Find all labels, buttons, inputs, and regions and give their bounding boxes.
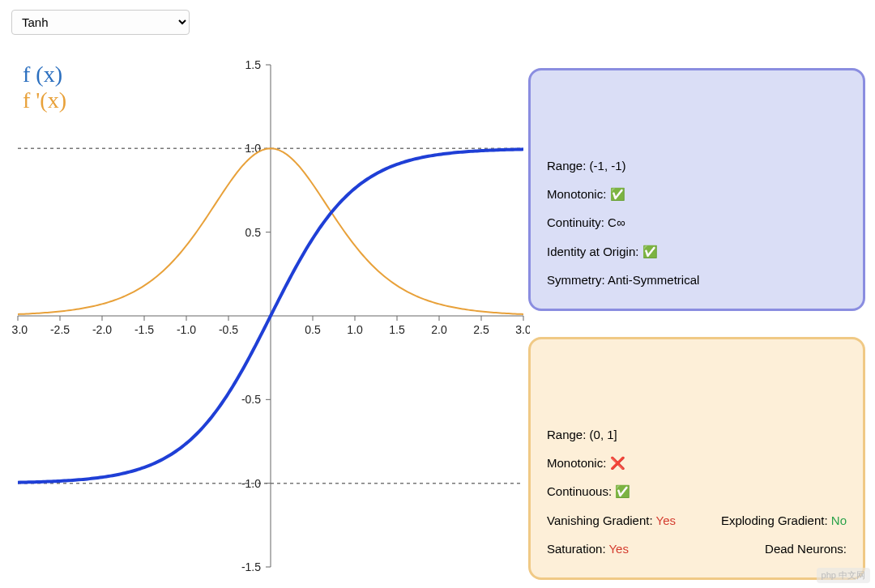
f-monotonic-row: Monotonic: ✅ (547, 185, 847, 203)
fd-exploding-value: No (831, 513, 847, 527)
svg-text:-1.0: -1.0 (177, 323, 196, 336)
fd-range-label: Range: (547, 428, 586, 441)
f-monotonic-label: Monotonic: (547, 187, 606, 201)
fd-saturation: Saturation: Yes (547, 539, 629, 558)
svg-text:0.5: 0.5 (245, 226, 262, 239)
f-range-row: Range: (-1, -1) (547, 156, 847, 175)
svg-text:-1.0: -1.0 (241, 477, 261, 490)
fd-exploding: Exploding Gradient: No (721, 511, 847, 530)
f-range-value: (-1, -1) (590, 159, 626, 173)
fd-dead-label: Dead Neurons: (765, 539, 847, 558)
svg-text:-3.0: -3.0 (11, 323, 28, 336)
svg-text:1.5: 1.5 (389, 323, 405, 336)
f-symmetry-row: Symmetry: Anti-Symmetrical (547, 271, 847, 289)
chart-svg: -3.0-2.5-2.0-1.5-1.0-0.50.51.01.52.02.53… (11, 57, 530, 575)
panel-function: Range: (-1, -1) Monotonic: ✅ Continuity:… (528, 68, 865, 311)
fd-saturation-row: Saturation: Yes Dead Neurons: (547, 539, 847, 558)
f-identity-value: ✅ (642, 245, 658, 258)
fd-range-row: Range: (0, 1] (547, 425, 847, 444)
svg-text:1.5: 1.5 (245, 58, 262, 71)
svg-text:-1.5: -1.5 (241, 560, 261, 573)
watermark: php 中文网 (817, 568, 870, 583)
svg-text:1.0: 1.0 (347, 323, 363, 336)
fd-continuous-value: ✅ (615, 484, 630, 498)
fd-continuous-row: Continuous: ✅ (547, 482, 847, 501)
f-identity-label: Identity at Origin: (547, 245, 638, 258)
fd-saturation-value: Yes (608, 542, 628, 556)
fd-monotonic-label: Monotonic: (547, 456, 606, 470)
legend-fd: f '(x) (23, 87, 66, 113)
fd-range-value: (0, 1] (590, 428, 617, 441)
svg-text:3.0: 3.0 (515, 323, 530, 336)
fd-continuous-label: Continuous: (547, 484, 612, 498)
chart-area: f (x) f '(x) -3.0-2.5-2.0-1.5-1.0-0.50.5… (11, 57, 530, 575)
f-identity-row: Identity at Origin: ✅ (547, 242, 847, 261)
svg-text:2.0: 2.0 (431, 323, 447, 336)
fd-vanishing: Vanishing Gradient: Yes (547, 511, 676, 530)
svg-text:-2.5: -2.5 (50, 323, 70, 336)
fd-monotonic-row: Monotonic: ❌ (547, 454, 847, 472)
svg-text:1.0: 1.0 (245, 142, 262, 155)
f-continuity-row: Continuity: C∞ (547, 213, 847, 232)
legend-f: f (x) (23, 62, 66, 87)
f-continuity-label: Continuity: (547, 215, 604, 229)
svg-text:0.5: 0.5 (305, 323, 321, 336)
fd-vanishing-value: Yes (656, 513, 676, 527)
svg-text:-0.5: -0.5 (219, 323, 238, 336)
f-symmetry-value: Anti-Symmetrical (608, 273, 699, 287)
fd-exploding-label: Exploding Gradient: (721, 513, 828, 527)
chart-legend: f (x) f '(x) (23, 62, 66, 113)
f-monotonic-value: ✅ (610, 187, 625, 201)
fd-saturation-label: Saturation: (547, 542, 606, 556)
svg-text:-0.5: -0.5 (241, 393, 261, 406)
svg-text:-1.5: -1.5 (134, 323, 154, 336)
f-range-label: Range: (547, 159, 586, 173)
fd-gradient-row: Vanishing Gradient: Yes Exploding Gradie… (547, 511, 847, 530)
svg-text:2.5: 2.5 (473, 323, 489, 336)
function-select[interactable]: Tanh (11, 10, 190, 35)
panel-derivative: Range: (0, 1] Monotonic: ❌ Continuous: ✅… (528, 337, 865, 580)
f-continuity-value: C∞ (608, 215, 625, 229)
fd-monotonic-value: ❌ (610, 456, 625, 470)
fd-vanishing-label: Vanishing Gradient: (547, 513, 653, 527)
svg-text:-2.0: -2.0 (92, 323, 112, 336)
f-symmetry-label: Symmetry: (547, 273, 605, 287)
